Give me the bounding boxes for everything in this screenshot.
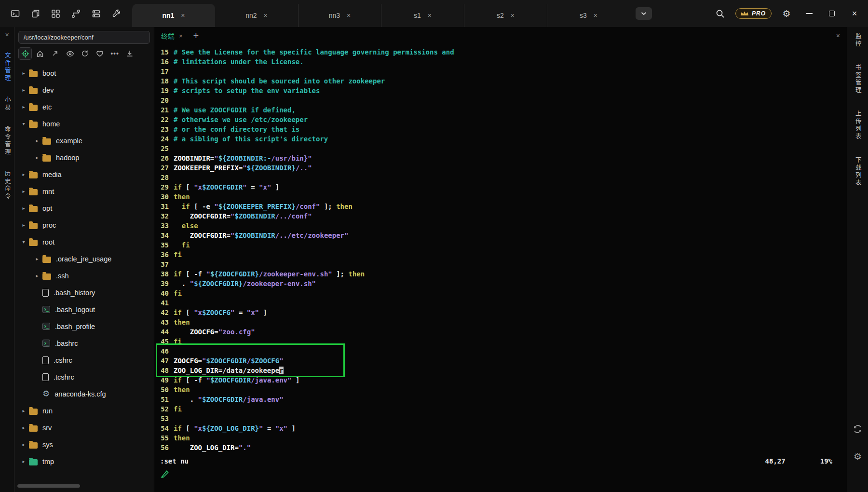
tree-item-anaconda-ks.cfg[interactable]: ⚙anaconda-ks.cfg	[14, 385, 154, 402]
left-rail-tab-command-manager[interactable]: 命令管理	[4, 126, 10, 156]
new-terminal-button[interactable]: +	[193, 30, 199, 41]
terminal-icon[interactable]	[7, 5, 23, 22]
left-rail-tab-history-commands[interactable]: 历史命令	[4, 170, 10, 200]
chevron-right-icon[interactable]: ▸	[19, 104, 28, 109]
tree-item-.cshrc[interactable]: .cshrc	[14, 352, 154, 369]
tree-item-run[interactable]: ▸run	[14, 402, 154, 419]
session-tab-nn3[interactable]: nn3×	[298, 4, 381, 27]
tree-item-.ssh[interactable]: ▸.ssh	[14, 267, 154, 284]
eye-icon[interactable]	[63, 47, 77, 60]
terminal-tab[interactable]: 终端 ×	[161, 31, 183, 41]
tree-item-boot[interactable]: ▸boot	[14, 65, 154, 82]
tree-item-etc[interactable]: ▸etc	[14, 98, 154, 115]
tab-close-icon[interactable]: ×	[347, 12, 351, 19]
session-tab-nn2[interactable]: nn2×	[215, 4, 298, 27]
terminal-panel-close-icon[interactable]: ×	[836, 32, 840, 40]
chevron-right-icon[interactable]: ▸	[19, 70, 28, 76]
code-area[interactable]: 15# See the License for the specific lan…	[154, 44, 847, 455]
tree-item-media[interactable]: ▸media	[14, 166, 154, 183]
chevron-right-icon[interactable]: ▸	[19, 87, 28, 93]
chevron-right-icon[interactable]: ▸	[19, 205, 28, 211]
chevron-right-icon[interactable]: ▸	[19, 172, 28, 177]
chevron-right-icon[interactable]: ▸	[33, 256, 41, 261]
tree-item-.tcshrc[interactable]: .tcshrc	[14, 369, 154, 385]
tree-item-.bash_logout[interactable]: .bash_logout	[14, 301, 154, 318]
chevron-right-icon[interactable]: ▸	[19, 222, 28, 228]
tree-item-.bash_profile[interactable]: .bash_profile	[14, 318, 154, 335]
tab-close-icon[interactable]: ×	[511, 12, 515, 19]
left-rail-tab-assistant[interactable]: 小易	[4, 96, 10, 111]
session-tab-s3[interactable]: s3×	[547, 4, 630, 27]
tree-item-hadoop[interactable]: ▸hadoop	[14, 149, 154, 166]
tree-item-opt[interactable]: ▸opt	[14, 200, 154, 217]
tree-item-.bashrc[interactable]: .bashrc	[14, 335, 154, 352]
tab-list-dropdown[interactable]	[636, 7, 652, 20]
session-tab-s1[interactable]: s1×	[381, 4, 464, 27]
heart-icon[interactable]	[93, 47, 107, 60]
right-rail-tab-bookmark-manager[interactable]: 书签管理	[854, 64, 861, 94]
tree-item-example[interactable]: ▸example	[14, 132, 154, 149]
right-rail-tab-download-list[interactable]: 下载列表	[854, 157, 861, 187]
scroll-percent: 19%	[820, 457, 832, 465]
settings-gear-icon[interactable]: ⚙	[854, 451, 862, 462]
tree-item-.bash_history[interactable]: .bash_history	[14, 284, 154, 301]
code-line-26: 26ZOOBINDIR="${ZOOBINDIR:-/usr/bin}"	[160, 153, 847, 163]
grid-icon[interactable]	[47, 5, 64, 22]
session-tab-s2[interactable]: s2×	[464, 4, 547, 27]
session-tab-nn1[interactable]: nn1×	[132, 4, 215, 27]
tree-item-root[interactable]: ▾root	[14, 233, 154, 250]
tree-item-dev[interactable]: ▸dev	[14, 82, 154, 98]
search-icon[interactable]	[713, 6, 728, 21]
refresh-icon[interactable]	[78, 47, 92, 60]
chevron-right-icon[interactable]: ▸	[19, 408, 28, 413]
tab-close-icon[interactable]: ×	[181, 12, 185, 19]
code-line-32: 32 ZOOCFGDIR="$ZOOBINDIR/../conf"	[160, 211, 847, 221]
tree-item-.oracle_jre_usage[interactable]: ▸.oracle_jre_usage	[14, 250, 154, 267]
route-icon[interactable]	[68, 5, 84, 22]
panel-close-icon[interactable]: ×	[5, 31, 9, 39]
right-rail-tab-monitor[interactable]: 监控	[854, 33, 861, 48]
maximize-button[interactable]	[824, 6, 840, 21]
file-manager-panel: /usr/local/zookeeper/conf	[14, 27, 154, 492]
terminal-tab-close-icon[interactable]: ×	[179, 32, 183, 40]
right-rail-tab-upload-list[interactable]: 上传列表	[854, 110, 861, 140]
quill-pen-icon[interactable]	[160, 470, 169, 480]
chevron-right-icon[interactable]: ▸	[19, 459, 28, 464]
minimize-button[interactable]	[801, 6, 817, 21]
tree-item-home[interactable]: ▾home	[14, 115, 154, 132]
chevron-right-icon[interactable]: ▸	[33, 273, 41, 278]
tab-close-icon[interactable]: ×	[264, 12, 268, 19]
settings-gear-icon[interactable]: ⚙	[779, 6, 794, 21]
chevron-down-icon[interactable]: ▾	[19, 121, 28, 126]
tree-item-tmp[interactable]: ▸tmp	[14, 453, 154, 470]
left-rail-tab-file-manager[interactable]: 文件管理	[4, 52, 10, 82]
close-button[interactable]: ×	[847, 6, 862, 21]
line-number: 25	[160, 144, 169, 153]
tab-close-icon[interactable]: ×	[594, 12, 597, 19]
chevron-right-icon[interactable]: ▸	[19, 189, 28, 194]
chevron-right-icon[interactable]: ▸	[33, 138, 41, 143]
chevron-right-icon[interactable]: ▸	[33, 155, 41, 160]
pro-badge[interactable]: PRO	[735, 8, 772, 19]
tree-item-label: root	[42, 238, 54, 246]
tree-item-mnt[interactable]: ▸mnt	[14, 183, 154, 200]
chevron-right-icon[interactable]: ▸	[19, 442, 28, 447]
copy-icon[interactable]	[27, 5, 43, 22]
tree-item-sys[interactable]: ▸sys	[14, 436, 154, 453]
tree-item-proc[interactable]: ▸proc	[14, 217, 154, 233]
jump-icon[interactable]	[48, 47, 62, 60]
wrench-icon[interactable]	[108, 5, 124, 22]
home-icon[interactable]	[33, 47, 47, 60]
chevron-right-icon[interactable]: ▸	[19, 425, 28, 430]
tab-close-icon[interactable]: ×	[428, 12, 432, 19]
server-icon[interactable]	[88, 5, 104, 22]
path-input[interactable]: /usr/local/zookeeper/conf	[18, 31, 150, 44]
more-icon[interactable]: •••	[108, 47, 122, 60]
chevron-down-icon[interactable]: ▾	[19, 239, 28, 245]
tree-item-srv[interactable]: ▸srv	[14, 419, 154, 436]
locate-icon[interactable]	[18, 47, 32, 60]
download-icon[interactable]	[123, 47, 136, 60]
sync-icon[interactable]	[853, 424, 862, 436]
horizontal-scrollbar[interactable]	[17, 484, 151, 489]
scrollbar-thumb[interactable]	[17, 484, 80, 488]
